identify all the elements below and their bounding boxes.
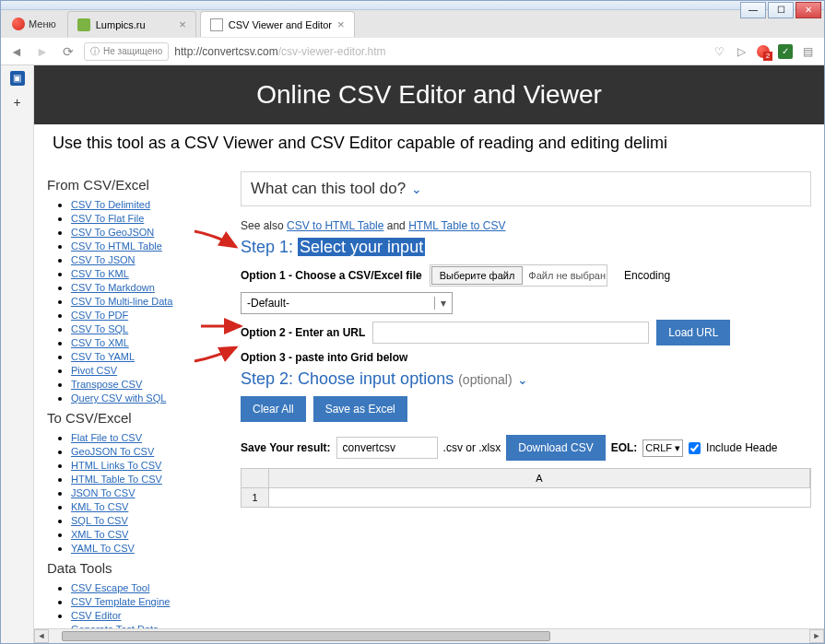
file-status: Файл не выбран <box>528 270 606 281</box>
tab-close-icon[interactable]: × <box>337 18 345 31</box>
opera-extension-icon[interactable]: 2 <box>756 44 771 59</box>
sidebar-link[interactable]: JSON To CSV <box>71 487 136 498</box>
page-subtitle: Use this tool as a CSV Viewer and CSV Ed… <box>34 124 824 162</box>
add-rail-icon[interactable]: + <box>8 95 27 113</box>
reload-button[interactable]: ⟳ <box>58 41 78 62</box>
horizontal-scrollbar[interactable]: ◄ ► <box>34 628 824 643</box>
sidebar-link[interactable]: CSV To YAML <box>71 351 135 362</box>
maximize-button[interactable]: ☐ <box>768 2 794 18</box>
sidebar-link[interactable]: CSV To Flat File <box>71 213 144 224</box>
tab-lumpics[interactable]: Lumpics.ru × <box>67 11 196 37</box>
sidebar-toggle-icon[interactable]: ▤ <box>800 44 815 59</box>
eol-select[interactable]: CRLF ▾ <box>642 439 683 457</box>
favicon-icon <box>210 18 223 31</box>
step1-highlight: Select your input <box>298 238 425 256</box>
minimize-button[interactable]: — <box>740 2 766 18</box>
link-html-to-csv[interactable]: HTML Table to CSV <box>408 219 505 232</box>
dropdown-icon: ▾ <box>434 297 446 310</box>
encoding-select[interactable]: -Default- ▾ <box>241 292 453 314</box>
security-badge[interactable]: ⓘ Не защищено <box>84 42 169 61</box>
see-also: See also CSV to HTML Table and HTML Tabl… <box>241 219 811 232</box>
sidebar-link[interactable]: Query CSV with SQL <box>71 392 166 404</box>
scroll-right-button[interactable]: ► <box>809 629 824 643</box>
option3-label: Option 3 - paste into Grid below <box>241 351 407 364</box>
clear-all-button[interactable]: Clear All <box>241 396 306 422</box>
grid-col-header[interactable]: A <box>269 469 810 487</box>
sidebar-link[interactable]: CSV To SQL <box>71 323 128 334</box>
sidebar-link[interactable]: CSV To KML <box>71 268 129 279</box>
filename-input[interactable] <box>336 437 438 459</box>
sidebar-link[interactable]: CSV To Multi-line Data <box>71 296 172 307</box>
option3-row: Option 3 - paste into Grid below <box>241 351 811 364</box>
extension-icon[interactable]: ✓ <box>778 44 793 59</box>
scroll-left-button[interactable]: ◄ <box>34 629 49 643</box>
close-button[interactable]: ✕ <box>796 2 821 18</box>
grid-cell[interactable] <box>269 488 810 507</box>
option1-label: Option 1 - Choose a CSV/Excel file <box>241 269 422 282</box>
bookmark-icon[interactable]: ♡ <box>712 44 726 59</box>
sidebar-link[interactable]: GeoJSON To CSV <box>71 446 154 457</box>
ext-label: .csv or .xlsx <box>443 441 501 454</box>
security-label: Не защищено <box>103 46 162 56</box>
sidebar-link[interactable]: HTML Links To CSV <box>71 460 161 471</box>
sidebar-link[interactable]: YAML To CSV <box>71 543 135 554</box>
option1-row: Option 1 - Choose a CSV/Excel file Выбер… <box>241 264 811 287</box>
step2-heading[interactable]: Step 2: Choose input options (optional) … <box>241 369 811 389</box>
what-can-do[interactable]: What can this tool do? ⌄ <box>241 171 811 206</box>
sidebar-link[interactable]: HTML Table To CSV <box>71 474 162 485</box>
sidebar-link[interactable]: CSV Editor <box>71 610 121 621</box>
url-display[interactable]: http://convertcsv.com/csv-viewer-editor.… <box>174 45 706 58</box>
main-content: What can this tool do? ⌄ See also CSV to… <box>241 171 811 643</box>
step1-heading: Step 1: Select your input <box>241 238 811 257</box>
forward-button[interactable]: ► <box>32 41 53 62</box>
sidebar-link[interactable]: SQL To CSV <box>71 515 128 526</box>
sidebar-heading: From CSV/Excel <box>47 177 231 193</box>
load-url-button[interactable]: Load URL <box>656 320 730 345</box>
send-icon[interactable]: ▷ <box>734 44 748 59</box>
browser-sidebar: ▣ + <box>1 65 34 643</box>
include-label: Include Heade <box>706 441 777 454</box>
favicon-icon <box>77 18 90 31</box>
info-icon: ⓘ <box>90 45 100 58</box>
chevron-down-icon: ⌄ <box>411 181 422 196</box>
grid-row-header[interactable]: 1 <box>242 488 269 507</box>
scrollbar-thumb[interactable] <box>62 631 550 641</box>
sidebar-link[interactable]: CSV Template Engine <box>71 596 170 607</box>
sidebar-link[interactable]: CSV To PDF <box>71 310 128 321</box>
sidebar-link[interactable]: CSV Escape Tool <box>71 582 149 593</box>
include-headers-checkbox[interactable] <box>689 442 701 454</box>
tab-close-icon[interactable]: × <box>179 18 186 31</box>
tab-csv-editor[interactable]: CSV Viewer and Editor × <box>200 11 355 37</box>
sidebar-link[interactable]: CSV To HTML Table <box>71 240 162 252</box>
sidebar-link[interactable]: XML To CSV <box>71 529 128 540</box>
link-csv-to-html[interactable]: CSV to HTML Table <box>287 219 383 232</box>
menu-label: Меню <box>29 18 56 29</box>
sidebar-link[interactable]: CSV To Markdown <box>71 282 155 293</box>
bookmark-rail-icon[interactable]: ▣ <box>10 71 25 86</box>
sidebar-link[interactable]: CSV To XML <box>71 337 129 348</box>
url-input[interactable] <box>372 322 649 344</box>
site-sidebar: From CSV/Excel CSV To DelimitedCSV To Fl… <box>47 171 231 643</box>
url-path: /csv-viewer-editor.htm <box>278 45 386 58</box>
sidebar-link[interactable]: Flat File to CSV <box>71 432 142 443</box>
tab-title: Lumpics.ru <box>96 19 146 30</box>
encoding-label: Encoding <box>624 269 670 282</box>
sidebar-link[interactable]: CSV To Delimited <box>71 199 150 210</box>
chevron-down-icon: ⌄ <box>517 372 528 387</box>
sidebar-link[interactable]: Transpose CSV <box>71 379 142 390</box>
tab-title: CSV Viewer and Editor <box>229 19 332 30</box>
download-button[interactable]: Download CSV <box>506 435 605 461</box>
sidebar-link[interactable]: Pivot CSV <box>71 365 117 376</box>
back-button[interactable]: ◄ <box>6 41 27 62</box>
data-grid[interactable]: A 1 <box>241 468 811 508</box>
sidebar-heading: To CSV/Excel <box>47 410 231 426</box>
sidebar-link[interactable]: CSV To JSON <box>71 254 136 265</box>
save-excel-button[interactable]: Save as Excel <box>313 396 407 422</box>
sidebar-heading: Data Tools <box>47 560 231 576</box>
grid-corner <box>242 469 269 487</box>
choose-file-button[interactable]: Выберите файл <box>431 266 524 285</box>
address-bar: ◄ ► ⟳ ⓘ Не защищено http://convertcsv.co… <box>1 38 824 65</box>
opera-menu-button[interactable]: Меню <box>5 14 64 34</box>
sidebar-link[interactable]: KML To CSV <box>71 501 128 512</box>
sidebar-link[interactable]: CSV To GeoJSON <box>71 227 154 238</box>
